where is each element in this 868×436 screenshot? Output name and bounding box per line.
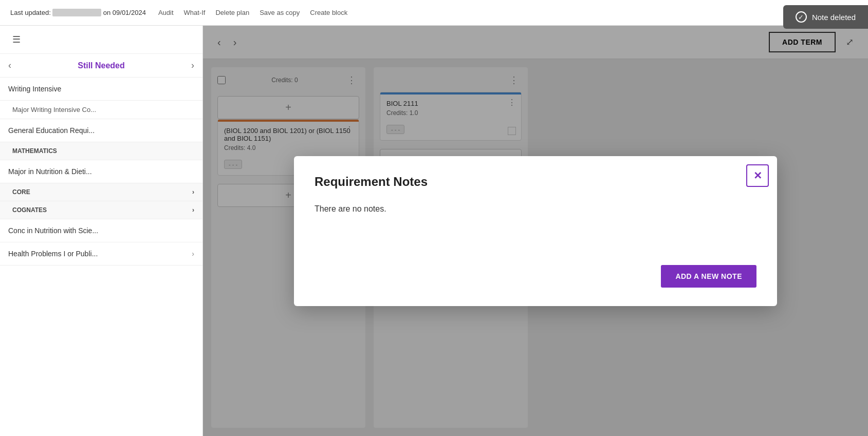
sidebar-item-nutrition[interactable]: Major in Nutrition & Dieti... (0, 160, 202, 183)
sidebar-section-core[interactable]: CORE › (0, 183, 202, 201)
toast-message: Note deleted (812, 13, 856, 22)
requirement-notes-modal: Requirement Notes ✕ There are no notes. … (294, 156, 777, 306)
sidebar-section-mathematics: MATHEMATICS (0, 142, 202, 160)
sidebar-item-major-writing[interactable]: Major Writing Intensive Co... (0, 101, 202, 119)
sidebar-menu-button[interactable]: ☰ (8, 32, 25, 47)
modal-footer: ADD A NEW NOTE (315, 265, 756, 288)
audit-link[interactable]: Audit (158, 9, 174, 16)
top-bar: Last updated: Arcp, Rcrme ... on 09/01/2… (0, 0, 868, 26)
content-area: ‹ › ADD TERM ⤢ Credits: 0 (203, 26, 868, 436)
what-if-link[interactable]: What-If (184, 9, 206, 16)
sidebar-item-gen-ed[interactable]: General Education Requi... (0, 119, 202, 142)
last-updated-text: Last updated: Arcp, Rcrme ... on 09/01/2… (10, 9, 146, 16)
sidebar-back-button[interactable]: ‹ (8, 60, 11, 71)
modal-title: Requirement Notes (315, 175, 756, 189)
sidebar-item-health-problems[interactable]: Health Problems I or Publi... › (0, 242, 202, 266)
add-new-note-button[interactable]: ADD A NEW NOTE (661, 265, 756, 288)
sidebar-forward-button[interactable]: › (191, 60, 194, 71)
main-layout: ☰ ‹ Still Needed › Writing Intensive Maj… (0, 26, 868, 436)
modal-close-button[interactable]: ✕ (746, 164, 769, 187)
core-chevron-icon: › (192, 188, 194, 196)
sidebar-section-cognates[interactable]: COGNATES › (0, 201, 202, 219)
check-circle-icon: ✓ (796, 11, 807, 23)
save-as-copy-link[interactable]: Save as copy (260, 9, 300, 16)
health-chevron-icon: › (192, 250, 194, 258)
create-block-link[interactable]: Create block (310, 9, 347, 16)
sidebar: ☰ ‹ Still Needed › Writing Intensive Maj… (0, 26, 203, 436)
cognates-chevron-icon: › (192, 206, 194, 214)
sidebar-header: ☰ (0, 26, 202, 54)
sidebar-item-conc-nutrition[interactable]: Conc in Nutrition with Scie... (0, 219, 202, 242)
redacted-name: Arcp, Rcrme ... (52, 9, 101, 16)
delete-plan-link[interactable]: Delete plan (215, 9, 249, 16)
modal-no-notes-text: There are no notes. (315, 204, 756, 214)
sidebar-item-writing-intensive[interactable]: Writing Intensive (0, 78, 202, 101)
note-deleted-toast: ✓ Note deleted (783, 5, 868, 29)
top-nav: Audit What-If Delete plan Save as copy C… (158, 9, 347, 16)
sidebar-nav-header: ‹ Still Needed › (0, 54, 202, 78)
sidebar-title: Still Needed (78, 61, 125, 70)
